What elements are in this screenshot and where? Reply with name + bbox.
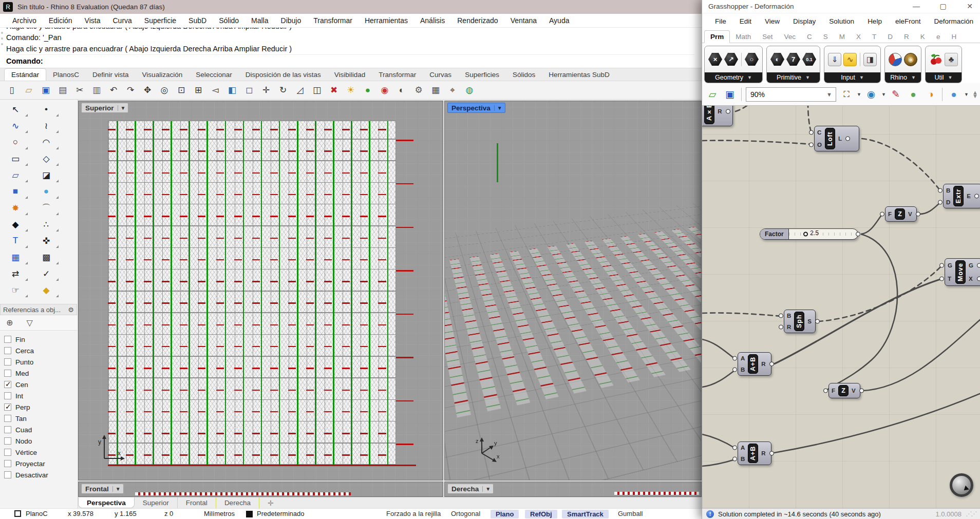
close-button[interactable]: ✕ bbox=[963, 1, 977, 11]
grasshopper-canvas[interactable]: AB A×B R CO Loft L BD Extr E F Z V Facto… bbox=[702, 106, 980, 508]
rectangle-icon[interactable]: ▭ bbox=[5, 152, 26, 165]
component-tab[interactable]: H bbox=[946, 31, 962, 43]
osnap-option[interactable]: Cuad bbox=[4, 424, 77, 435]
gh-node-loft[interactable]: CO Loft L bbox=[814, 126, 859, 151]
viewport-derecha-label[interactable]: Derecha ▼ bbox=[447, 484, 494, 494]
point-icon[interactable]: • bbox=[36, 103, 56, 116]
chevron-down-icon[interactable]: ▼ bbox=[857, 92, 861, 97]
component-tab[interactable]: e bbox=[931, 31, 946, 43]
osnap-option[interactable]: Proyectar bbox=[4, 458, 77, 469]
component-tab[interactable]: D bbox=[882, 31, 898, 43]
component-tab[interactable]: R bbox=[898, 31, 915, 43]
grab-hand-icon[interactable]: ☞ bbox=[5, 283, 26, 297]
ribbon-group-label[interactable]: Util▼ bbox=[926, 72, 962, 83]
print-icon[interactable]: ▤ bbox=[56, 84, 69, 97]
move-icon[interactable]: ✛ bbox=[259, 84, 273, 97]
component-tab[interactable]: K bbox=[915, 31, 931, 43]
checkbox[interactable] bbox=[4, 381, 11, 388]
rhino-menu-item[interactable]: Herramientas bbox=[359, 15, 414, 26]
minimize-button[interactable]: — bbox=[909, 1, 924, 11]
chevron-down-icon[interactable]: ▼ bbox=[948, 75, 953, 80]
param-boolean-icon[interactable]: ◐ bbox=[770, 52, 784, 66]
material-sphere-icon[interactable]: ● bbox=[361, 84, 374, 97]
array-icon[interactable]: ▩ bbox=[36, 251, 56, 264]
osnap-option[interactable]: Perp bbox=[4, 401, 77, 413]
toggle-smarttrack[interactable]: SmartTrack bbox=[562, 510, 609, 518]
cut-scissors-icon[interactable]: ✂ bbox=[73, 84, 86, 97]
ink-drop-icon[interactable]: ◆ bbox=[5, 218, 26, 231]
command-history-scrollbar[interactable] bbox=[1, 32, 4, 45]
viewport-superior-label[interactable]: Superior ▼ bbox=[81, 103, 128, 113]
component-tab[interactable]: Prm bbox=[704, 30, 730, 43]
new-viewport-tab-icon[interactable]: ✛ bbox=[259, 497, 282, 508]
zoom-extents-icon[interactable]: ⊞ bbox=[192, 84, 205, 97]
rhino-menu-item[interactable]: Edición bbox=[43, 15, 79, 26]
grasshopper-menu-item[interactable]: Display bbox=[787, 16, 821, 27]
osnap-option[interactable]: Fin bbox=[4, 334, 77, 345]
shaded-view-icon[interactable]: ◧ bbox=[225, 84, 239, 97]
chevron-down-icon[interactable]: ▼ bbox=[911, 75, 916, 80]
zoom-dynamic-icon[interactable]: ◎ bbox=[158, 84, 171, 97]
preview-eye-icon[interactable]: ◉ bbox=[864, 87, 878, 102]
rhino-spiral-icon[interactable]: ◉ bbox=[904, 53, 917, 66]
canvas-compass-widget[interactable] bbox=[950, 473, 973, 497]
rhino-menu-item[interactable]: Transformar bbox=[307, 15, 359, 26]
osnap-option[interactable]: Int bbox=[4, 390, 77, 401]
osnap-option[interactable]: Punto bbox=[4, 356, 77, 368]
osnap-option[interactable]: Med bbox=[4, 368, 77, 379]
viewport-menu-arrow-icon[interactable]: ▼ bbox=[494, 105, 505, 111]
param-circle-icon[interactable]: ○ bbox=[745, 52, 759, 66]
point-cloud-icon[interactable]: ∴ bbox=[36, 218, 56, 231]
polygon-icon[interactable]: ◇ bbox=[36, 152, 56, 165]
checkbox[interactable] bbox=[4, 415, 11, 422]
grasshopper-menu-item[interactable]: File bbox=[709, 16, 732, 27]
gh-node-multiply[interactable]: AB A×B R bbox=[702, 106, 733, 126]
grasshopper-menu-item[interactable]: Help bbox=[862, 16, 888, 27]
rhino-menu-item[interactable]: Curva bbox=[106, 15, 138, 26]
viewport-derecha[interactable]: Derecha ▼ bbox=[444, 482, 702, 497]
component-tab[interactable]: M bbox=[834, 31, 851, 43]
rhino-toolbar-tab[interactable]: Sólidos bbox=[506, 69, 542, 81]
rhino-menu-item[interactable]: Archivo bbox=[6, 15, 43, 26]
grasshopper-titlebar[interactable]: Grasshopper - Deformación — ▢ ✕ bbox=[702, 0, 980, 13]
toggle-grid-snap[interactable]: Forzado a la rejilla bbox=[386, 510, 441, 517]
text-tool-icon[interactable]: T bbox=[5, 234, 26, 247]
toggle-osnap[interactable]: RefObj bbox=[525, 510, 557, 518]
checkbox[interactable] bbox=[4, 471, 11, 478]
color-circle-icon[interactable]: ◉ bbox=[378, 84, 391, 97]
osnap-option[interactable]: Desactivar bbox=[4, 469, 77, 480]
check-select-icon[interactable]: ✓ bbox=[36, 267, 56, 280]
toolbar-collapse-icon[interactable]: ▲▼ bbox=[972, 91, 978, 98]
toggle-gumball[interactable]: Gumball bbox=[618, 510, 643, 517]
component-tab[interactable]: Math bbox=[730, 31, 757, 43]
checkbox[interactable] bbox=[4, 449, 11, 456]
cherry-picker-icon[interactable] bbox=[929, 53, 943, 66]
osnap-option[interactable]: Tan bbox=[4, 413, 77, 424]
gh-node-addition[interactable]: AB A+B R bbox=[738, 441, 771, 465]
layer-swatch-icon[interactable] bbox=[14, 510, 21, 517]
open-folder-icon[interactable]: ▱ bbox=[22, 84, 35, 97]
boolean-toggle-icon[interactable]: ◨ bbox=[863, 53, 877, 66]
gumball-ball-icon[interactable]: ● bbox=[906, 87, 920, 102]
param-number-icon[interactable]: 0.1 bbox=[802, 52, 816, 66]
chevron-down-icon[interactable]: ▼ bbox=[826, 91, 836, 98]
param-vector-icon[interactable]: ↗ bbox=[724, 52, 738, 66]
rhino-menu-item[interactable]: Análisis bbox=[414, 15, 451, 26]
gh-node-unit-z[interactable]: F Z V bbox=[828, 383, 860, 398]
grasshopper-menu-item[interactable]: View bbox=[759, 16, 785, 27]
rhino-menu-item[interactable]: Ventana bbox=[504, 15, 543, 26]
rhino-menu-item[interactable]: Ayuda bbox=[543, 15, 575, 26]
maximize-button[interactable]: ▢ bbox=[936, 1, 950, 11]
circle-icon[interactable]: ○ bbox=[5, 136, 26, 149]
redo-icon[interactable]: ↷ bbox=[124, 84, 137, 97]
viewport-frontal[interactable]: Frontal ▼ bbox=[78, 482, 443, 497]
osnap-option[interactable]: Cerca bbox=[4, 345, 77, 356]
component-tab[interactable]: S bbox=[818, 31, 834, 43]
viewport-menu-arrow-icon[interactable]: ▼ bbox=[112, 486, 123, 492]
open-file-icon[interactable]: ▱ bbox=[705, 87, 720, 102]
checkbox[interactable] bbox=[4, 392, 11, 399]
scale-icon[interactable]: ◿ bbox=[293, 84, 307, 97]
cplane-widget-icon[interactable]: ⌖ bbox=[446, 84, 459, 97]
osnap-target-icon[interactable]: ⊕ bbox=[6, 318, 13, 328]
pan-hand-icon[interactable]: ✥ bbox=[141, 84, 154, 97]
